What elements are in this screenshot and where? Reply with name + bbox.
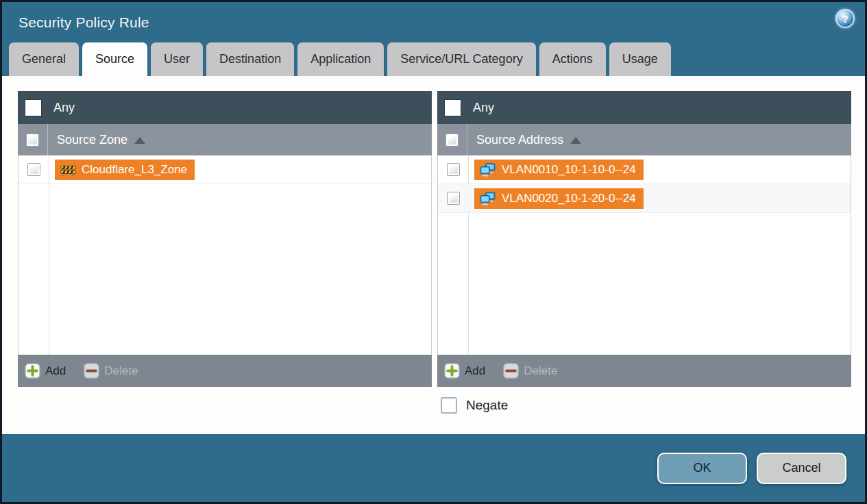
delete-button[interactable]: Delete [84,363,138,379]
negate-checkbox[interactable] [441,397,457,414]
cancel-button[interactable]: Cancel [757,453,846,484]
source-zone-footer: Add Delete [18,355,432,387]
source-zone-select-all-checkbox[interactable] [26,134,39,147]
source-address-footer: Add Delete [437,355,851,387]
delete-button[interactable]: Delete [503,363,557,379]
zone-barrier-icon [60,164,76,176]
add-button[interactable]: Add [25,363,66,379]
tab-application[interactable]: Application [297,42,384,76]
sort-ascending-icon [570,137,581,144]
source-zone-panel: Any Source Zone [18,91,432,387]
tab-actions[interactable]: Actions [539,42,606,76]
network-address-icon [480,192,496,205]
source-address-any-checkbox[interactable] [444,99,461,116]
tab-service-url-category[interactable]: Service/URL Category [387,42,535,76]
tab-usage[interactable]: Usage [609,42,671,76]
row-checkbox-cell [438,155,468,184]
address-item[interactable]: VLAN0020_10-1-20-0--24 [474,188,644,209]
zone-item[interactable]: Cloudflare_L3_Zone [55,160,195,180]
source-zone-list: Cloudflare_L3_Zone [18,155,432,355]
tab-bar: General Source User Destination Applicat… [2,42,865,76]
dialog-footer: OK Cancel [2,434,865,502]
source-address-column-title: Source Address [476,133,563,147]
delete-icon [84,363,99,379]
ok-button[interactable]: OK [657,453,747,484]
source-zone-any-bar: Any [18,91,432,124]
select-all-cell [437,124,467,155]
add-button[interactable]: Add [444,363,485,379]
tab-general[interactable]: General [9,42,79,76]
source-tab-content: Any Source Zone [2,76,865,434]
address-item-label: VLAN0010_10-1-10-0--24 [502,163,636,177]
network-address-icon [480,163,496,177]
tab-destination[interactable]: Destination [206,42,294,76]
source-address-list: VLAN0010_10-1-10-0--24 [437,155,851,355]
add-icon [25,363,40,379]
security-policy-rule-dialog: Security Policy Rule ? General Source Us… [0,0,867,504]
add-button-label: Add [465,364,485,378]
negate-label: Negate [466,398,508,413]
dialog-titlebar: Security Policy Rule ? [2,2,865,42]
table-row: VLAN0010_10-1-10-0--24 [438,155,851,184]
source-zone-any-label: Any [53,101,75,115]
address-item[interactable]: VLAN0010_10-1-10-0--24 [474,160,644,180]
source-address-panel: Any Source Address [437,91,851,387]
row-checkbox-cell [19,155,49,184]
delete-button-label: Delete [104,364,138,378]
source-address-any-label: Any [473,101,494,115]
select-all-cell [18,124,48,155]
row-checkbox-cell [438,184,468,212]
add-button-label: Add [45,364,66,378]
negate-row: Negate [441,397,851,414]
checkbox-column-divider [49,155,49,355]
row-checkbox[interactable] [447,192,460,205]
zone-item-label: Cloudflare_L3_Zone [82,163,187,177]
tab-source[interactable]: Source [82,42,147,76]
source-zone-any-checkbox[interactable] [25,99,42,116]
source-address-column-header[interactable]: Source Address [437,124,851,155]
tab-user[interactable]: User [151,42,203,76]
source-address-select-all-checkbox[interactable] [445,134,459,147]
row-checkbox[interactable] [27,163,40,176]
source-address-any-bar: Any [437,91,851,124]
table-row: Cloudflare_L3_Zone [19,155,431,184]
sort-ascending-icon [134,137,145,144]
table-row: VLAN0020_10-1-20-0--24 [438,184,851,213]
address-item-label: VLAN0020_10-1-20-0--24 [502,192,636,205]
add-icon [444,363,460,379]
row-checkbox[interactable] [447,163,460,176]
page-title: Security Policy Rule [19,14,149,31]
source-zone-column-header[interactable]: Source Zone [18,124,432,155]
delete-icon [503,363,519,379]
source-zone-column-title: Source Zone [57,133,127,147]
help-icon[interactable]: ? [835,9,855,28]
delete-button-label: Delete [524,364,557,378]
